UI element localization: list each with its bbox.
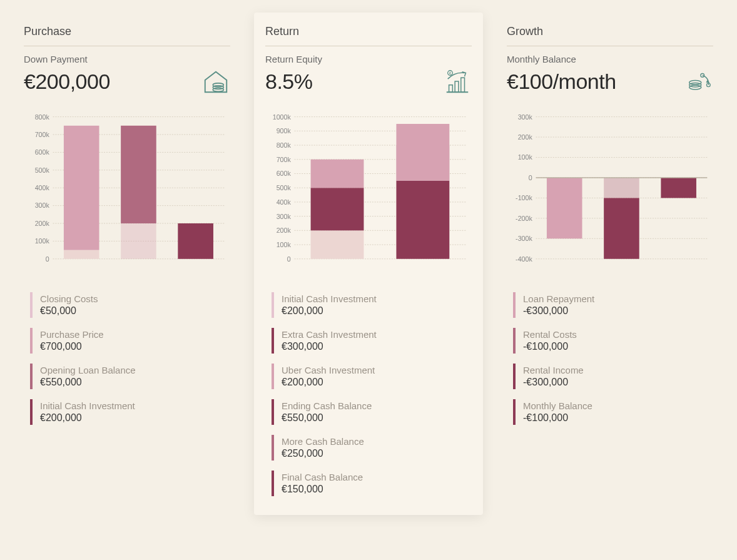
legend-list: Initial Cash Investment€200,000Extra Cas… — [265, 292, 472, 496]
metric-value: €100/month — [507, 69, 616, 94]
svg-text:100k: 100k — [35, 237, 50, 245]
legend-item-label: Uber Cash Investment — [282, 365, 472, 375]
legend-item-value: -€100,000 — [523, 341, 713, 352]
svg-text:700k: 700k — [277, 156, 292, 163]
legend-item-label: Initial Cash Investment — [40, 400, 230, 411]
svg-rect-21 — [449, 85, 453, 93]
growth-chart-icon: € — [443, 67, 472, 96]
legend-item-value: €150,000 — [282, 484, 472, 495]
legend-item-value: €200,000 — [40, 412, 230, 424]
legend-item-label: Rental Costs — [523, 329, 713, 340]
panel-return: ReturnReturn Equity8.5% € 0100k200k300k4… — [254, 13, 483, 515]
svg-text:400k: 400k — [35, 184, 50, 191]
legend-item-value: -€100,000 — [523, 412, 713, 424]
legend-item-label: Rental Income — [523, 365, 713, 375]
panel-purchase: PurchaseDown Payment€200,000 0100k200k30… — [13, 13, 241, 515]
svg-text:300k: 300k — [35, 201, 50, 209]
chart-container: -400k-300k-200k-100k0100k200k300k — [507, 111, 713, 273]
legend-item: Uber Cash Investment€200,000 — [272, 364, 472, 389]
bar-segment — [604, 198, 639, 258]
svg-point-2 — [213, 83, 223, 87]
legend-item-value: -€300,000 — [523, 377, 713, 388]
growth-chart-icon: € — [443, 67, 472, 96]
legend-item-value: €550,000 — [40, 377, 230, 388]
chart-growth: -400k-300k-200k-100k0100k200k300k — [507, 111, 713, 273]
legend-item: Purchase Price€700,000 — [30, 328, 230, 354]
bar-segment — [178, 223, 213, 259]
legend-item-label: Initial Cash Investment — [282, 293, 472, 304]
legend-item: Final Cash Balance€150,000 — [272, 471, 472, 496]
legend-list: Loan Repayment-€300,000Rental Costs-€100… — [507, 292, 713, 425]
legend-item: More Cash Balance€250,000 — [272, 435, 472, 461]
svg-text:-300k: -300k — [516, 235, 532, 242]
legend-item-label: Opening Loan Balance — [40, 365, 230, 375]
bar-segment — [311, 230, 364, 258]
legend-item-label: Purchase Price — [40, 329, 230, 340]
svg-text:200k: 200k — [35, 220, 50, 227]
legend-item-value: €550,000 — [282, 412, 472, 424]
legend-item: Monthly Balance-€100,000 — [513, 399, 713, 425]
metric-label: Down Payment — [24, 54, 230, 64]
legend-item: Initial Cash Investment€200,000 — [30, 399, 230, 425]
legend-item: Extra Cash Investment€300,000 — [272, 328, 472, 354]
bar-segment — [661, 178, 696, 198]
legend-item: Opening Loan Balance€550,000 — [30, 364, 230, 389]
legend-item-value: €700,000 — [40, 341, 230, 352]
bar-segment — [396, 124, 449, 181]
legend-item-value: €200,000 — [282, 305, 472, 317]
legend-item-label: Ending Cash Balance — [282, 400, 472, 411]
panel-title: Growth — [507, 25, 713, 46]
legend-item-value: €50,000 — [40, 305, 230, 317]
legend-item-value: €300,000 — [282, 341, 472, 352]
metric-row: €200,000 — [24, 67, 230, 96]
legend-item-label: Final Cash Balance — [282, 472, 472, 482]
metric-row: 8.5% € — [265, 67, 472, 96]
legend-item-label: Loan Repayment — [523, 293, 713, 304]
coins-cycle-icon — [684, 67, 713, 96]
svg-text:400k: 400k — [277, 198, 292, 206]
svg-text:0: 0 — [287, 255, 291, 263]
svg-text:100k: 100k — [518, 153, 533, 161]
svg-text:1000k: 1000k — [273, 113, 292, 121]
svg-text:600k: 600k — [35, 148, 50, 156]
svg-text:100k: 100k — [277, 241, 292, 248]
svg-text:600k: 600k — [277, 170, 292, 177]
legend-item-label: More Cash Balance — [282, 436, 472, 447]
legend-item: Closing Costs€50,000 — [30, 292, 230, 318]
svg-text:-200k: -200k — [516, 215, 532, 222]
metric-value: €200,000 — [24, 69, 110, 94]
svg-text:300k: 300k — [277, 213, 292, 220]
svg-text:200k: 200k — [518, 133, 533, 141]
metric-label: Monthly Balance — [507, 54, 713, 64]
legend-item: Initial Cash Investment€200,000 — [272, 292, 472, 318]
bar-segment — [311, 188, 364, 230]
house-coins-icon — [201, 67, 230, 96]
legend-item-value: €200,000 — [282, 377, 472, 388]
chart-purchase: 0100k200k300k400k500k600k700k800k — [24, 111, 230, 273]
svg-text:0: 0 — [529, 174, 532, 181]
legend-item-label: Extra Cash Investment — [282, 329, 472, 340]
legend-item-value: €250,000 — [282, 448, 472, 459]
svg-text:-400k: -400k — [516, 255, 532, 263]
legend-item-label: Closing Costs — [40, 293, 230, 304]
svg-text:800k: 800k — [277, 141, 292, 149]
svg-text:700k: 700k — [35, 131, 50, 138]
svg-text:900k: 900k — [277, 127, 292, 135]
svg-rect-22 — [455, 81, 459, 92]
chart-container: 0100k200k300k400k500k600k700k800k900k100… — [265, 111, 472, 273]
bar-segment — [121, 126, 156, 223]
legend-item-value: -€300,000 — [523, 305, 713, 317]
svg-text:300k: 300k — [518, 113, 533, 121]
coins-cycle-icon — [684, 67, 713, 96]
legend-item: Rental Income-€300,000 — [513, 364, 713, 389]
bar-segment — [64, 250, 99, 259]
panel-title: Purchase — [24, 25, 230, 46]
svg-text:800k: 800k — [35, 113, 50, 121]
house-coins-icon — [201, 67, 230, 96]
bar-segment — [311, 160, 364, 188]
bar-segment — [604, 178, 639, 198]
legend-item-label: Monthly Balance — [523, 400, 713, 411]
legend-item: Rental Costs-€100,000 — [513, 328, 713, 354]
metric-row: €100/month — [507, 67, 713, 96]
svg-text:200k: 200k — [277, 227, 292, 234]
